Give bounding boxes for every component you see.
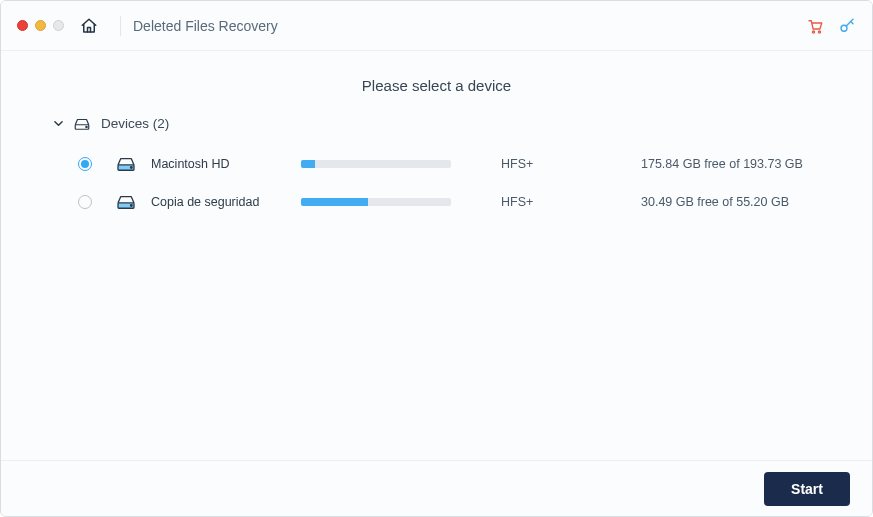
- device-radio-wrap: [55, 157, 115, 171]
- usage-bar-fill: [301, 160, 315, 168]
- home-button[interactable]: [80, 17, 98, 35]
- svg-point-0: [812, 30, 814, 32]
- start-button[interactable]: Start: [764, 472, 850, 506]
- drive-icon: [73, 117, 91, 131]
- device-radio[interactable]: [78, 195, 92, 209]
- app-window: Deleted Files Recovery Please select a d…: [0, 0, 873, 517]
- window-close-button[interactable]: [17, 20, 28, 31]
- device-free-text: 30.49 GB free of 55.20 GB: [641, 195, 842, 209]
- home-icon: [80, 17, 98, 35]
- usage-bar-wrap: [301, 198, 501, 206]
- device-name: Macintosh HD: [151, 157, 301, 171]
- window-controls: [17, 20, 64, 31]
- header-divider: [120, 16, 121, 36]
- window-zoom-button[interactable]: [53, 20, 64, 31]
- header-actions: [806, 17, 856, 35]
- svg-point-6: [131, 167, 133, 169]
- usage-bar: [301, 160, 451, 168]
- title-bar: Deleted Files Recovery: [1, 1, 872, 51]
- key-icon: [838, 17, 856, 35]
- footer-bar: Start: [1, 460, 872, 516]
- drive-icon: [115, 194, 151, 210]
- window-minimize-button[interactable]: [35, 20, 46, 31]
- device-free-text: 175.84 GB free of 193.73 GB: [641, 157, 842, 171]
- devices-section-header[interactable]: Devices (2): [53, 116, 842, 131]
- device-radio[interactable]: [78, 157, 92, 171]
- device-row[interactable]: Macintosh HDHFS+175.84 GB free of 193.73…: [55, 145, 842, 183]
- device-radio-wrap: [55, 195, 115, 209]
- chevron-down-icon: [53, 119, 63, 128]
- prompt-heading: Please select a device: [31, 77, 842, 94]
- cart-button[interactable]: [806, 17, 824, 35]
- usage-bar-wrap: [301, 160, 501, 168]
- usage-bar: [301, 198, 451, 206]
- device-filesystem: HFS+: [501, 157, 641, 171]
- license-key-button[interactable]: [838, 17, 856, 35]
- svg-point-8: [131, 205, 133, 207]
- svg-point-1: [818, 30, 820, 32]
- device-name: Copia de seguridad: [151, 195, 301, 209]
- page-title: Deleted Files Recovery: [133, 18, 278, 34]
- device-list: Macintosh HDHFS+175.84 GB free of 193.73…: [31, 145, 842, 221]
- main-content: Please select a device Devices (2) Macin…: [1, 51, 872, 460]
- device-filesystem: HFS+: [501, 195, 641, 209]
- devices-section-label: Devices (2): [101, 116, 169, 131]
- device-row[interactable]: Copia de seguridadHFS+30.49 GB free of 5…: [55, 183, 842, 221]
- usage-bar-fill: [301, 198, 368, 206]
- cart-icon: [806, 17, 824, 35]
- drive-icon: [115, 156, 151, 172]
- svg-point-4: [86, 126, 87, 127]
